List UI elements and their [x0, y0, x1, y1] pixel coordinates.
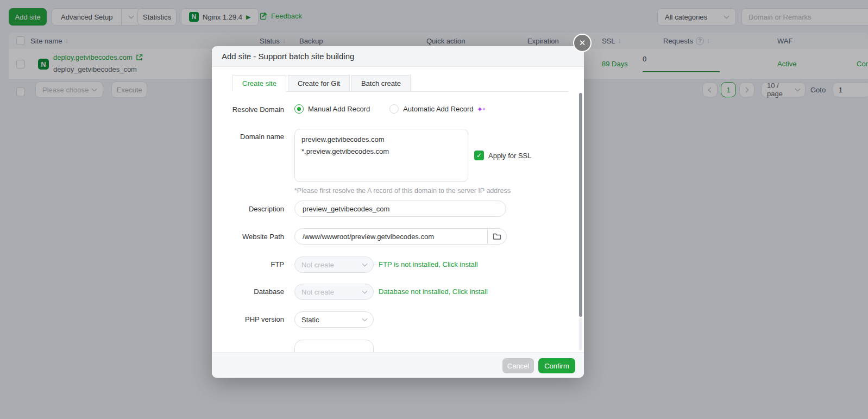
- domain-name-label: Domain name: [212, 133, 284, 141]
- apply-ssl-option[interactable]: ✓ Apply for SSL: [474, 151, 532, 160]
- database-select-value: Not create: [301, 288, 334, 296]
- modal-footer: Cancel Confirm: [212, 352, 584, 378]
- partial-select: [294, 340, 374, 352]
- php-version-label: PHP version: [212, 315, 284, 323]
- modal-body: Create site Create for Git Batch create …: [212, 67, 584, 352]
- confirm-button[interactable]: Confirm: [538, 358, 575, 373]
- php-version-select[interactable]: Static: [294, 311, 374, 328]
- ftp-select-value: Not create: [301, 261, 334, 269]
- ai-sparkle-small-icon: ✦: [482, 107, 486, 112]
- tab-create-site[interactable]: Create site: [232, 75, 286, 92]
- modal-scrollbar-thumb[interactable]: [579, 93, 582, 317]
- domain-hint-text: *Please first resolve the A record of th…: [294, 187, 511, 195]
- modal-title: Add site - Support batch site building: [222, 52, 354, 61]
- database-label: Database: [212, 287, 284, 296]
- ftp-select: Not create: [294, 257, 374, 273]
- modal-header: Add site - Support batch site building: [212, 46, 584, 67]
- apply-ssl-label: Apply for SSL: [488, 152, 532, 160]
- tab-create-for-git[interactable]: Create for Git: [288, 75, 350, 92]
- chevron-down-icon: [362, 316, 368, 322]
- automatic-add-record-radio[interactable]: [389, 104, 399, 114]
- checkbox-checked-icon[interactable]: ✓: [474, 151, 484, 160]
- description-input[interactable]: [294, 201, 506, 217]
- website-path-input[interactable]: [294, 228, 488, 245]
- description-label: Description: [212, 205, 284, 213]
- domain-name-textarea[interactable]: preview.getvibecodes.com *.preview.getvi…: [294, 129, 468, 182]
- ftp-label: FTP: [212, 260, 284, 268]
- website-path-label: Website Path: [212, 233, 284, 241]
- resolve-domain-options: Manual Add Record Automatic Add Record ✦…: [294, 104, 486, 114]
- modal-scrollbar-track: [579, 318, 582, 351]
- automatic-add-record-label[interactable]: Automatic Add Record: [403, 105, 473, 113]
- chevron-down-icon: [362, 261, 368, 267]
- chevron-down-icon: [362, 289, 368, 294]
- php-version-value: Static: [301, 316, 319, 324]
- manual-add-record-label[interactable]: Manual Add Record: [308, 105, 370, 113]
- database-install-link[interactable]: Database not installed, Click install: [379, 287, 488, 296]
- folder-icon: [493, 233, 501, 240]
- tab-bar: Create site Create for Git Batch create: [232, 75, 411, 92]
- browse-path-button[interactable]: [487, 228, 507, 245]
- resolve-domain-label: Resolve Domain: [212, 105, 284, 114]
- tab-batch-create[interactable]: Batch create: [351, 75, 411, 92]
- database-select: Not create: [294, 284, 374, 300]
- manual-add-record-radio[interactable]: [294, 104, 304, 114]
- add-site-modal: ✕ Add site - Support batch site building…: [212, 46, 584, 378]
- ftp-install-link[interactable]: FTP is not installed, Click install: [379, 260, 478, 268]
- close-icon[interactable]: ✕: [573, 34, 592, 52]
- cancel-button[interactable]: Cancel: [502, 358, 534, 373]
